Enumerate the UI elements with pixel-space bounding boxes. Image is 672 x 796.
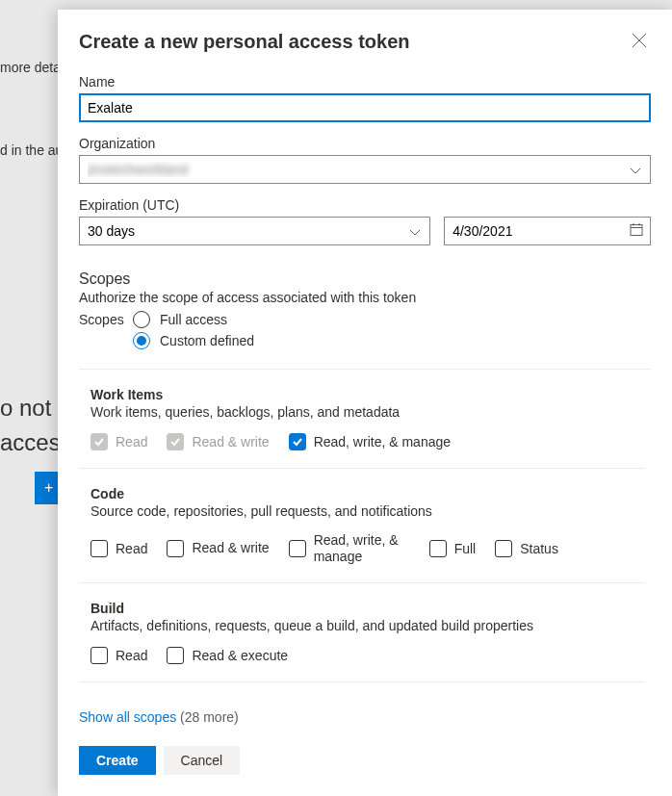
checkbox-icon — [289, 433, 306, 450]
code-read-write-manage-checkbox[interactable]: Read, write, & manage — [289, 532, 410, 565]
scopes-subheading: Authorize the scope of access associated… — [79, 290, 651, 305]
show-all-scopes-link[interactable]: Show all scopes — [79, 709, 176, 725]
create-button[interactable]: Create — [79, 746, 156, 775]
scopes-row-label: Scopes — [79, 312, 123, 327]
organization-input[interactable] — [79, 155, 651, 184]
scope-radio-custom-defined-row: Custom defined — [79, 332, 651, 349]
name-input[interactable] — [79, 93, 651, 122]
code-read-checkbox[interactable]: Read — [90, 540, 147, 557]
show-all-scopes: Show all scopes (28 more) — [79, 690, 651, 729]
close-icon — [632, 33, 647, 48]
expiration-label: Expiration (UTC) — [79, 197, 651, 213]
code-full-checkbox[interactable]: Full — [429, 540, 477, 557]
checkbox-label: Read & write — [192, 434, 269, 449]
expiration-select[interactable] — [79, 217, 430, 245]
scope-section-code: Code Source code, repositories, pull req… — [79, 469, 645, 583]
scope-section-build: Build Artifacts, definitions, requests, … — [79, 583, 645, 682]
full-access-radio[interactable] — [133, 311, 150, 328]
custom-defined-radio[interactable] — [133, 332, 150, 349]
show-all-scopes-count: (28 more) — [180, 709, 239, 725]
panel-body: Name Organization Expiration (UTC) — [58, 64, 672, 729]
scope-title: Work Items — [90, 387, 633, 402]
checkbox-icon — [90, 647, 108, 664]
scope-desc: Work items, queries, backlogs, plans, an… — [90, 404, 633, 420]
checkbox-label: Read & write — [192, 540, 269, 556]
expiration-input[interactable] — [79, 217, 430, 245]
panel-footer: Create Cancel — [58, 729, 672, 796]
scope-options: Read Read & write Read, write, & manage — [90, 433, 633, 450]
organization-label: Organization — [79, 136, 651, 151]
checkbox-label: Status — [520, 541, 558, 556]
name-field-group: Name — [79, 74, 651, 122]
checkbox-label: Read — [116, 541, 147, 556]
scope-desc: Source code, repositories, pull requests… — [90, 503, 633, 519]
checkbox-label: Full — [454, 541, 477, 556]
custom-defined-label: Custom defined — [160, 333, 254, 348]
scope-title: Code — [90, 486, 633, 501]
checkbox-label: Read — [116, 648, 147, 663]
checkbox-icon — [90, 433, 108, 450]
scope-options: Read Read & write Read, write, & manage … — [90, 532, 633, 565]
organization-field-group: Organization — [79, 136, 651, 184]
checkbox-label: Read, write, & manage — [314, 532, 410, 565]
full-access-label: Full access — [160, 312, 227, 327]
create-token-panel: Create a new personal access token Name … — [58, 10, 672, 796]
panel-title: Create a new personal access token — [79, 31, 410, 53]
checkbox-label: Read — [116, 434, 147, 449]
scope-options: Read Read & execute — [90, 647, 633, 664]
checkbox-icon — [167, 433, 184, 450]
scope-radio-full-access-row: Scopes Full access — [79, 311, 651, 328]
build-read-checkbox[interactable]: Read — [90, 647, 147, 664]
close-button[interactable] — [628, 29, 651, 55]
name-label: Name — [79, 74, 651, 90]
organization-select[interactable] — [79, 155, 651, 184]
cancel-button[interactable]: Cancel — [164, 746, 241, 775]
expiration-field-group: Expiration (UTC) — [79, 197, 651, 245]
scope-title: Build — [90, 601, 633, 616]
bg-text: o not — [0, 395, 51, 422]
scope-section-work-items: Work Items Work items, queries, backlogs… — [79, 370, 645, 469]
work-items-read-write-checkbox: Read & write — [167, 433, 269, 450]
code-read-write-checkbox[interactable]: Read & write — [167, 540, 269, 557]
build-read-execute-checkbox[interactable]: Read & execute — [167, 647, 288, 664]
checkbox-icon — [167, 540, 184, 557]
checkbox-icon — [289, 540, 306, 557]
work-items-read-write-manage-checkbox[interactable]: Read, write, & manage — [289, 433, 451, 450]
bg-text: d in the aut — [0, 142, 66, 158]
checkbox-icon — [167, 647, 184, 664]
scopes-heading: Scopes — [79, 270, 651, 288]
scope-desc: Artifacts, definitions, requests, queue … — [90, 618, 633, 633]
checkbox-icon — [495, 540, 512, 557]
panel-header: Create a new personal access token — [58, 10, 672, 64]
code-status-checkbox[interactable]: Status — [495, 540, 558, 557]
expiration-date-input[interactable] — [444, 217, 651, 245]
work-items-read-checkbox: Read — [90, 433, 147, 450]
checkbox-icon — [90, 540, 108, 557]
checkbox-label: Read & execute — [192, 648, 288, 663]
checkbox-label: Read, write, & manage — [314, 434, 451, 449]
expiration-date-picker[interactable] — [444, 217, 651, 245]
checkbox-icon — [429, 540, 447, 557]
scope-list: Work Items Work items, queries, backlogs… — [79, 369, 651, 690]
